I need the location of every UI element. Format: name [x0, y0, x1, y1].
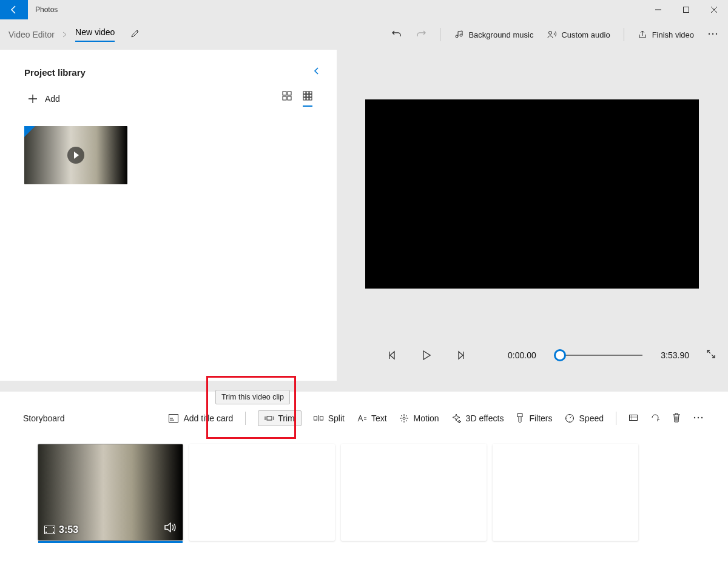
storyboard-empty-slot[interactable] [493, 444, 638, 541]
background-music-button[interactable]: Background music [454, 30, 533, 39]
svg-rect-31 [46, 532, 47, 533]
filters-button[interactable]: Filters [516, 413, 552, 423]
person-audio-icon [547, 30, 556, 39]
3d-effects-label: 3D effects [466, 413, 504, 423]
chevron-right-icon [62, 29, 68, 40]
collapse-library-button[interactable] [312, 67, 321, 78]
chevron-left-icon [312, 67, 321, 75]
app-title: Photos [35, 5, 58, 14]
library-clip-thumbnail[interactable] [24, 126, 127, 184]
finish-video-button[interactable]: Finish video [638, 30, 694, 39]
background-music-label: Background music [468, 30, 533, 39]
export-icon [638, 30, 647, 39]
aspect-icon [629, 413, 638, 423]
window-minimize-button[interactable] [644, 0, 672, 19]
window-maximize-button[interactable] [672, 0, 700, 19]
undo-button[interactable] [391, 28, 402, 41]
storyboard-toolbar: Storyboard Add title card Trim Split Tex… [0, 406, 728, 430]
small-thumbnails-button[interactable] [303, 91, 312, 107]
svg-rect-33 [53, 532, 54, 533]
minimize-icon [655, 6, 662, 13]
trim-label: Trim [278, 413, 294, 423]
next-frame-button[interactable] [450, 350, 471, 360]
breadcrumb-parent[interactable]: Video Editor [8, 30, 55, 39]
storyboard-panel: Storyboard Add title card Trim Split Tex… [0, 392, 728, 565]
svg-point-2 [709, 33, 710, 34]
clip-volume-button[interactable] [164, 522, 177, 535]
svg-point-3 [712, 33, 713, 34]
fullscreen-icon [706, 349, 716, 359]
svg-rect-8 [288, 96, 291, 100]
total-time-label: 3:53.90 [661, 350, 689, 360]
breadcrumb: Video Editor New video [0, 27, 140, 42]
back-button[interactable] [0, 0, 28, 19]
fullscreen-button[interactable] [706, 349, 716, 361]
title-bar: Photos [0, 0, 728, 19]
close-icon [710, 6, 718, 13]
next-frame-icon [456, 350, 465, 360]
custom-audio-button[interactable]: Custom audio [547, 30, 610, 39]
split-button[interactable]: Split [314, 413, 345, 423]
project-library-title: Project library [24, 67, 86, 78]
storyboard-empty-slot[interactable] [189, 444, 335, 541]
maximize-icon [682, 6, 690, 13]
more-icon [707, 28, 718, 39]
delete-clip-button[interactable] [672, 413, 681, 424]
pencil-icon [130, 28, 140, 38]
video-preview[interactable] [365, 99, 699, 289]
svg-point-4 [716, 33, 717, 34]
preview-panel: 0:00.00 3:53.90 [337, 50, 728, 381]
svg-rect-21 [320, 416, 323, 420]
rotate-button[interactable] [650, 413, 660, 424]
svg-rect-20 [314, 416, 317, 420]
filters-icon [516, 413, 524, 423]
play-button[interactable] [416, 350, 437, 360]
toolbar-separator [616, 412, 616, 425]
more-options-button[interactable] [707, 28, 718, 41]
undo-icon [391, 28, 402, 39]
trim-button[interactable]: Trim [258, 410, 301, 426]
svg-rect-16 [306, 98, 309, 100]
crop-button[interactable] [629, 413, 638, 424]
svg-rect-14 [309, 95, 312, 97]
storyboard-title: Storyboard [23, 413, 64, 423]
svg-rect-9 [303, 92, 306, 94]
prev-frame-icon [388, 350, 397, 360]
project-name[interactable]: New video [75, 27, 115, 42]
more-icon [693, 412, 704, 423]
storyboard-clip[interactable]: 3:53 [38, 444, 183, 541]
rename-button[interactable] [130, 28, 140, 41]
seek-thumb[interactable] [554, 349, 566, 361]
svg-rect-7 [283, 96, 286, 100]
add-title-card-button[interactable]: Add title card [169, 413, 233, 423]
redo-button[interactable] [416, 28, 426, 41]
add-media-button[interactable]: Add [28, 94, 60, 104]
text-label: Text [371, 413, 387, 423]
music-icon [454, 30, 463, 39]
trim-tooltip: Trim this video clip [215, 390, 290, 404]
3d-effects-button[interactable]: 3D effects [451, 413, 504, 423]
window-close-button[interactable] [700, 0, 728, 19]
motion-button[interactable]: Motion [399, 413, 439, 423]
svg-rect-11 [309, 92, 312, 94]
storyboard-empty-slot[interactable] [341, 444, 487, 541]
svg-rect-13 [306, 95, 309, 97]
svg-rect-25 [630, 415, 638, 420]
svg-point-28 [701, 416, 703, 418]
previous-frame-button[interactable] [382, 350, 403, 360]
split-label: Split [328, 413, 345, 423]
volume-icon [164, 522, 177, 533]
large-thumbnails-button[interactable] [282, 91, 292, 107]
speed-button[interactable]: Speed [565, 413, 604, 423]
title-card-icon [169, 414, 178, 423]
svg-rect-10 [306, 92, 309, 94]
svg-rect-32 [53, 527, 54, 528]
speed-label: Speed [579, 413, 604, 423]
storyboard-more-button[interactable] [693, 412, 704, 425]
svg-rect-0 [684, 7, 689, 13]
seek-slider[interactable] [554, 355, 643, 356]
clip-duration-badge[interactable]: 3:53 [44, 524, 78, 535]
text-button[interactable]: Text [357, 413, 387, 423]
svg-rect-19 [267, 416, 272, 420]
motion-label: Motion [414, 413, 439, 423]
